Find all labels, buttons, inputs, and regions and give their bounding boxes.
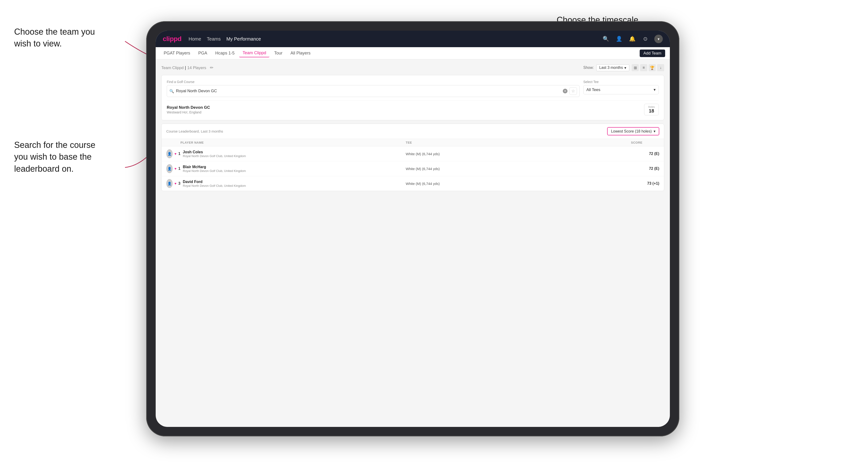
second-navbar: PGAT Players PGA Hcaps 1-5 Team Clippd T… — [156, 47, 670, 59]
leaderboard-table: PLAYER NAME TEE SCORE 👤 ♥ 1 Josh Coles — [161, 139, 664, 191]
leaderboard-title: Course Leaderboard, Last 3 months — [166, 129, 223, 134]
download-button[interactable]: ↓ — [657, 64, 664, 71]
tee-cell-3: White (M) (6,744 yds) — [406, 182, 631, 186]
rank-number-3: 3 — [178, 181, 181, 186]
player-club-1: Royal North Devon Golf Club, United King… — [183, 154, 406, 158]
tablet-screen: clippd Home Teams My Performance 🔍 👤 🔔 ⊙… — [156, 31, 670, 427]
annotation-top-left: Choose the team youwish to view. — [14, 26, 95, 50]
score-cell-1: 72 (E) — [631, 152, 659, 156]
holes-label: Holes — [648, 105, 655, 108]
course-result: Royal North Devon GC Westward Ho!, Engla… — [167, 100, 659, 115]
rank-number-2: 1 — [178, 166, 181, 171]
player-name-2: Blair McHarg — [183, 165, 406, 169]
show-controls: Show: Last 3 months ▾ ⊞ ≡ 🏆 ↓ — [583, 64, 664, 71]
list-view-button[interactable]: ≡ — [640, 64, 647, 71]
nav-pgat-players[interactable]: PGAT Players — [160, 49, 193, 57]
trophy-view-button[interactable]: 🏆 — [649, 64, 656, 71]
table-row: 👤 ♥ 3 David Ford Royal North Devon Golf … — [161, 176, 664, 191]
nav-links: Home Teams My Performance — [188, 36, 261, 42]
favorite-heart-2[interactable]: ♥ — [175, 167, 177, 170]
favorite-button[interactable]: ☆ — [569, 87, 577, 95]
nav-right-icons: 🔍 👤 🔔 ⊙ ▾ — [601, 35, 663, 43]
tee-select-dropdown[interactable]: All Tees ▾ — [583, 85, 659, 94]
chevron-down-icon: ▾ — [624, 66, 626, 70]
score-cell-3: 73 (+1) — [631, 181, 659, 186]
nav-hcaps[interactable]: Hcaps 1-5 — [212, 49, 238, 57]
course-name: Royal North Devon GC — [167, 105, 210, 110]
player-club-2: Royal North Devon Golf Club, United King… — [183, 169, 406, 173]
select-tee-label: Select Tee — [583, 80, 659, 84]
team-title: Team Clippd | 14 Players — [161, 65, 206, 70]
nav-tour[interactable]: Tour — [271, 49, 286, 57]
annotation-top-left-text: Choose the team youwish to view. — [14, 27, 95, 49]
course-location: Westward Ho!, England — [167, 111, 210, 114]
nav-teams[interactable]: Teams — [207, 36, 221, 42]
search-icon[interactable]: 🔍 — [601, 35, 610, 43]
search-area: Find a Golf Course 🔍 ✕ ☆ Select Tee All … — [161, 75, 664, 120]
favorite-heart-1[interactable]: ♥ — [175, 152, 177, 156]
player-name-3: David Ford — [183, 180, 406, 184]
search-icon-small: 🔍 — [169, 89, 174, 93]
table-row: 👤 ♥ 1 Josh Coles Royal North Devon Golf … — [161, 147, 664, 161]
course-search-col: Find a Golf Course 🔍 ✕ ☆ — [167, 80, 580, 97]
user-avatar[interactable]: ▾ — [654, 35, 663, 43]
settings-icon[interactable]: ⊙ — [641, 35, 650, 43]
show-timeframe-dropdown[interactable]: Last 3 months ▾ — [596, 64, 629, 71]
player-avatar-2: 👤 — [166, 164, 173, 173]
nav-pga[interactable]: PGA — [195, 49, 210, 57]
nav-all-players[interactable]: All Players — [287, 49, 314, 57]
app-logo: clippd — [163, 35, 181, 43]
favorite-heart-3[interactable]: ♥ — [175, 182, 177, 185]
leaderboard-header: Course Leaderboard, Last 3 months Lowest… — [161, 124, 664, 139]
edit-icon[interactable]: ✏ — [210, 65, 214, 70]
chevron-down-icon-score: ▾ — [654, 129, 655, 133]
show-label: Show: — [583, 66, 594, 70]
tee-cell-1: White (M) (6,744 yds) — [406, 152, 631, 156]
leaderboard-section: Course Leaderboard, Last 3 months Lowest… — [161, 124, 664, 191]
tablet-device: clippd Home Teams My Performance 🔍 👤 🔔 ⊙… — [146, 21, 679, 436]
col-header-tee: TEE — [406, 141, 631, 144]
main-content: Team Clippd | 14 Players ✏ Show: Last 3 … — [156, 59, 670, 196]
rank-cell-2: 👤 ♥ 1 — [166, 164, 181, 173]
player-avatar-3: 👤 — [166, 179, 173, 188]
tee-value-text: All Tees — [586, 88, 600, 92]
view-icons: ⊞ ≡ 🏆 ↓ — [632, 64, 664, 71]
clear-search-button[interactable]: ✕ — [563, 89, 567, 93]
nav-my-performance[interactable]: My Performance — [226, 36, 261, 42]
bell-icon[interactable]: 🔔 — [628, 35, 637, 43]
course-search-input-wrap: 🔍 ✕ ☆ — [167, 85, 580, 97]
nav-team-clippd[interactable]: Team Clippd — [239, 49, 269, 57]
holes-number: 18 — [648, 108, 655, 114]
col-header-player: PLAYER NAME — [181, 141, 406, 144]
player-avatar-1: 👤 — [166, 149, 173, 158]
holes-box: Holes 18 — [644, 104, 659, 115]
find-course-label: Find a Golf Course — [167, 80, 580, 84]
score-type-dropdown[interactable]: Lowest Score (18 holes) ▾ — [607, 127, 659, 135]
top-navbar: clippd Home Teams My Performance 🔍 👤 🔔 ⊙… — [156, 31, 670, 47]
team-header: Team Clippd | 14 Players ✏ Show: Last 3 … — [161, 64, 664, 71]
course-info: Royal North Devon GC Westward Ho!, Engla… — [167, 105, 210, 114]
rank-cell-3: 👤 ♥ 3 — [166, 179, 181, 188]
search-row: Find a Golf Course 🔍 ✕ ☆ Select Tee All … — [167, 80, 659, 97]
annotation-mid-left-text: Search for the courseyou wish to base th… — [14, 140, 95, 174]
chevron-down-icon-tee: ▾ — [654, 87, 656, 92]
player-info-1: Josh Coles Royal North Devon Golf Club, … — [181, 150, 406, 158]
tee-cell-2: White (M) (6,744 yds) — [406, 167, 631, 171]
rank-number-1: 1 — [178, 152, 181, 156]
nav-home[interactable]: Home — [188, 36, 201, 42]
person-icon[interactable]: 👤 — [615, 35, 623, 43]
score-cell-2: 72 (E) — [631, 166, 659, 171]
score-dropdown-text: Lowest Score (18 holes) — [611, 129, 652, 133]
rank-cell-1: 👤 ♥ 1 — [166, 149, 181, 158]
player-info-2: Blair McHarg Royal North Devon Golf Club… — [181, 165, 406, 173]
table-row: 👤 ♥ 1 Blair McHarg Royal North Devon Gol… — [161, 161, 664, 176]
grid-view-button[interactable]: ⊞ — [632, 64, 639, 71]
table-header-row: PLAYER NAME TEE SCORE — [161, 139, 664, 147]
player-info-3: David Ford Royal North Devon Golf Club, … — [181, 180, 406, 187]
col-header-score: SCORE — [631, 141, 659, 144]
course-search-input[interactable] — [176, 89, 561, 93]
tee-select-col: Select Tee All Tees ▾ — [583, 80, 659, 94]
col-header-empty — [166, 141, 181, 144]
player-name-1: Josh Coles — [183, 150, 406, 154]
add-team-button[interactable]: Add Team — [640, 50, 665, 57]
